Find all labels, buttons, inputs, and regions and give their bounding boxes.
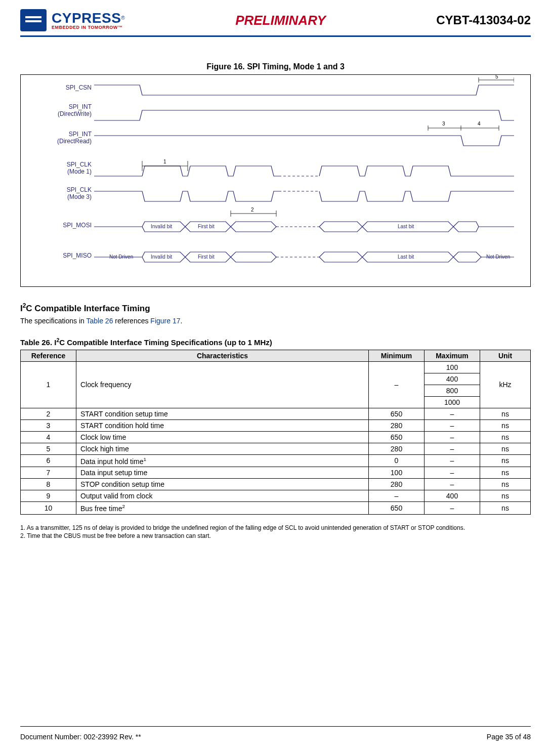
svg-text:Not Driven: Not Driven [486,254,510,260]
svg-text:Invalid bit: Invalid bit [151,224,172,229]
header-rule [20,35,531,37]
svg-text:First bit: First bit [198,254,215,260]
timing-diagram: SPI_CSN SPI_INT (DirectWrite) SPI_INT (D… [20,74,531,287]
table-row: 1 Clock frequency – 100 kHz [21,361,531,373]
table-row: 10 Bus free time2 650 – ns [21,502,531,515]
svg-text:First bit: First bit [198,224,215,229]
svg-text:Not Driven: Not Driven [109,254,133,260]
col-characteristics: Characteristics [76,350,369,361]
table-row: 6 Data input hold time1 0 – ns [21,454,531,467]
doc-status: PRELIMINARY [125,13,437,28]
spec-table: Reference Characteristics Minimum Maximu… [20,350,531,515]
footer-rule [20,726,531,727]
cypress-logo-icon [20,9,47,31]
col-reference: Reference [21,350,76,361]
sig-label-clk-m1: SPI_CLK (Mode 1) [67,161,92,175]
table-row: 7 Data input setup time 100 – ns [21,467,531,479]
table-row: 5 Clock high time 280 – ns [21,443,531,454]
table-caption: Table 26. I2C Compatible Interface Timin… [20,337,531,347]
sig-label-int-dr: SPI_INT (DirectRead) [57,131,92,145]
brand-name: CYPRESS [52,10,121,26]
table-row: 4 Clock low time 650 – ns [21,431,531,443]
registered-mark: ® [121,15,124,20]
doc-number: Document Number: 002-23992 Rev. ** [20,733,141,741]
section-paragraph: The specifications in Table 26 reference… [20,317,531,325]
brand-tagline: EMBEDDED IN TOMORROW™ [52,25,125,30]
brand-block: CYPRESS® EMBEDDED IN TOMORROW™ [20,9,125,31]
page-header: CYPRESS® EMBEDDED IN TOMORROW™ PRELIMINA… [20,0,531,34]
sig-label-mosi: SPI_MOSI [63,222,92,229]
figure-caption: Figure 16. SPI Timing, Mode 1 and 3 [20,62,531,71]
svg-text:3: 3 [442,121,445,127]
footnote-1: 1. As a transmitter, 125 ns of delay is … [20,524,531,532]
svg-text:2: 2 [251,207,254,213]
table-header-row: Reference Characteristics Minimum Maximu… [21,350,531,361]
col-unit: Unit [480,350,531,361]
sig-label-int-dw: SPI_INT (DirectWrite) [58,103,92,117]
svg-text:1: 1 [163,159,166,164]
svg-text:4: 4 [478,121,481,127]
sig-label-clk-m3: SPI_CLK (Mode 3) [67,186,92,200]
table-row: 3 START condition hold time 280 – ns [21,419,531,431]
page-number: Page 35 of 48 [487,733,531,741]
part-number: CYBT-413034-02 [436,13,531,27]
table-row: 2 START condition setup time 650 – ns [21,408,531,419]
footnotes: 1. As a transmitter, 125 ns of delay is … [20,524,531,540]
table-row: 9 Output valid from clock – 400 ns [21,490,531,502]
sig-label-csn: SPI_CSN [66,84,92,91]
svg-text:Invalid bit: Invalid bit [151,254,172,260]
table-row: 8 STOP condition setup time 280 – ns [21,479,531,490]
page-footer: Document Number: 002-23992 Rev. ** Page … [20,733,531,741]
link-table26[interactable]: Table 26 [86,317,113,325]
col-minimum: Minimum [369,350,425,361]
section-heading: I2C Compatible Interface Timing [20,302,531,314]
svg-text:Last bit: Last bit [398,224,414,229]
svg-text:Last bit: Last bit [398,254,414,260]
timing-svg: 5 3 4 1 2 Invalid bit First bit Last bit… [94,75,514,287]
footnote-2: 2. Time that the CBUS must be free befor… [20,532,531,540]
sig-label-miso: SPI_MISO [63,252,92,259]
col-maximum: Maximum [425,350,480,361]
svg-text:5: 5 [495,75,498,79]
link-figure17[interactable]: Figure 17 [150,317,180,325]
